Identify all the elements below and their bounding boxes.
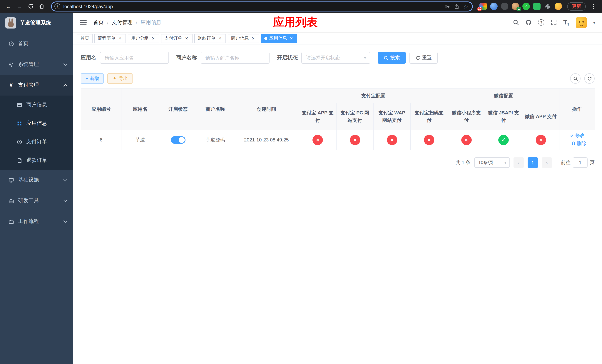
toggle-search-button[interactable] <box>570 73 580 84</box>
extension-green-square-icon[interactable] <box>533 3 540 10</box>
sidebar-item-home[interactable]: 首页 <box>0 33 73 54</box>
breadcrumb-current: 应用信息 <box>141 19 161 26</box>
status-select[interactable]: 请选择开启状态 ▾ <box>301 52 370 64</box>
site-info-icon[interactable]: i <box>54 3 60 9</box>
help-icon[interactable]: ? <box>538 19 544 26</box>
back-button[interactable]: ← <box>4 1 13 11</box>
app-logo[interactable]: 芋道管理系统 <box>0 13 73 33</box>
reload-button[interactable] <box>26 1 35 11</box>
sidebar-item-dev-tools[interactable]: 研发工具 <box>0 190 73 211</box>
search-button[interactable]: 搜索 <box>378 52 406 64</box>
extension-profile-icon[interactable]: 1 <box>512 3 519 10</box>
goto-page-input[interactable] <box>573 157 588 168</box>
fullscreen-icon[interactable] <box>551 19 557 26</box>
extension-colorful-icon[interactable]: 10 <box>479 3 487 10</box>
cell-merchant-name: 芋道源码 <box>197 130 234 150</box>
password-key-icon[interactable] <box>444 3 450 9</box>
extensions-puzzle-icon[interactable] <box>544 3 551 10</box>
group-wechat-config: 微信配置 <box>448 88 559 103</box>
address-bar-actions: ☆ <box>444 3 470 9</box>
delete-button[interactable]: 删除 <box>571 140 586 147</box>
page-size-select[interactable]: 10条/页 ▾ <box>474 157 510 168</box>
extension-emoji-icon[interactable] <box>555 3 562 10</box>
chevron-down-icon <box>63 199 67 202</box>
chevron-down-icon <box>63 220 67 223</box>
browser-toolbar: ← → i localhost:1024/pay/app ☆ 10 1 ✓ 更新… <box>0 0 602 13</box>
close-icon[interactable]: × <box>289 36 294 41</box>
goto-label: 前往 <box>561 159 570 166</box>
search-icon[interactable] <box>513 19 519 26</box>
user-avatar[interactable] <box>576 17 587 28</box>
sidebar-menu: 首页 系统管理 ¥ 支付管理 商户信息 <box>0 33 73 232</box>
close-icon[interactable]: × <box>217 36 223 41</box>
reset-button[interactable]: 重置 <box>409 52 438 64</box>
active-tab-dot <box>264 37 267 40</box>
status-toggle[interactable] <box>171 136 185 144</box>
cell-created-time: 2021-10-23 08:49:25 <box>234 130 299 150</box>
alipay-app-status-icon: × <box>312 135 323 145</box>
breadcrumb-payment[interactable]: 支付管理 <box>112 19 133 26</box>
sidebar-item-payment-mgmt[interactable]: ¥ 支付管理 <box>0 75 73 96</box>
extension-badge: 10 <box>477 7 482 11</box>
sidebar-toggle[interactable] <box>80 20 87 25</box>
col-actions: 操作 <box>559 88 595 130</box>
sidebar-subitem-merchant-info[interactable]: 商户信息 <box>0 96 73 114</box>
extension-wechat-icon[interactable]: ✓ <box>522 3 530 10</box>
github-icon[interactable] <box>526 19 532 26</box>
pagination: 共 1 条 10条/页 ▾ ‹ 1 › 前往 页 <box>81 157 595 168</box>
font-size-icon[interactable]: TT <box>563 19 570 26</box>
chevron-down-icon <box>63 63 67 66</box>
sidebar-item-workflow[interactable]: 工作流程 <box>0 211 73 232</box>
breadcrumb: 首页 / 支付管理 / 应用信息 <box>93 19 161 26</box>
sidebar-subitem-pay-order[interactable]: 支付订单 <box>0 133 73 151</box>
share-icon[interactable] <box>454 3 459 9</box>
app-title: 芋道管理系统 <box>20 20 51 26</box>
close-icon[interactable]: × <box>251 36 256 41</box>
sidebar-subitem-refund-order[interactable]: 退款订单 <box>0 151 73 170</box>
page-1-button[interactable]: 1 <box>527 157 538 168</box>
close-icon[interactable]: × <box>117 36 123 41</box>
order-clock-icon <box>16 139 22 145</box>
add-button[interactable]: + 新增 <box>81 73 104 84</box>
sidebar-subitem-app-info[interactable]: 应用信息 <box>0 114 73 133</box>
extension-dark-icon[interactable] <box>501 3 508 10</box>
sidebar-item-system-mgmt[interactable]: 系统管理 <box>0 54 73 75</box>
col-wechat-mini: 微信小程序支付 <box>448 103 485 130</box>
address-bar[interactable]: i localhost:1024/pay/app ☆ <box>51 1 473 11</box>
next-page-button[interactable]: › <box>542 157 552 168</box>
alipay-pc-status-icon: × <box>350 135 360 145</box>
user-dropdown-caret-icon[interactable]: ▾ <box>593 20 595 25</box>
extension-blue-icon[interactable] <box>490 3 498 10</box>
sidebar-item-infrastructure[interactable]: 基础设施 <box>0 170 73 190</box>
tab-user-group[interactable]: 用户分组× <box>128 34 159 43</box>
merchant-name-input[interactable] <box>201 52 269 64</box>
forward-button[interactable]: → <box>15 1 24 11</box>
home-button[interactable] <box>37 1 47 11</box>
merchant-name-label: 商户名称 <box>176 54 197 61</box>
close-icon[interactable]: × <box>184 36 189 41</box>
refresh-table-button[interactable] <box>584 73 595 84</box>
prev-page-button[interactable]: ‹ <box>514 157 524 168</box>
tab-merchant-info[interactable]: 商户信息× <box>228 34 259 43</box>
tab-pay-order[interactable]: 支付订单× <box>161 34 193 43</box>
document-icon <box>16 157 22 163</box>
bookmark-star-icon[interactable]: ☆ <box>463 3 468 9</box>
edit-button[interactable]: 修改 <box>570 132 585 139</box>
page-content: 应用名 商户名称 开启状态 请选择开启状态 ▾ <box>73 44 602 364</box>
tab-app-info[interactable]: 应用信息× <box>261 34 297 43</box>
page-title: 应用列表 <box>273 15 318 30</box>
browser-update-button[interactable]: 更新 <box>567 2 586 11</box>
group-alipay-config: 支付宝配置 <box>299 88 448 103</box>
tab-refund-order[interactable]: 退款订单× <box>194 34 226 43</box>
alipay-qr-status-icon: × <box>424 135 434 145</box>
breadcrumb-home[interactable]: 首页 <box>93 19 104 26</box>
tab-process-form[interactable]: 流程表单× <box>94 34 126 43</box>
close-icon[interactable]: × <box>151 36 156 41</box>
tab-home[interactable]: 首页 <box>77 34 93 43</box>
app-name-input[interactable] <box>100 52 169 64</box>
export-button[interactable]: 导出 <box>107 73 133 84</box>
url-text[interactable]: localhost:1024/pay/app <box>63 3 441 9</box>
col-app-id: 应用编号 <box>81 88 121 130</box>
browser-menu-button[interactable]: ⋮ <box>589 1 598 11</box>
merchant-card-icon <box>16 102 22 108</box>
